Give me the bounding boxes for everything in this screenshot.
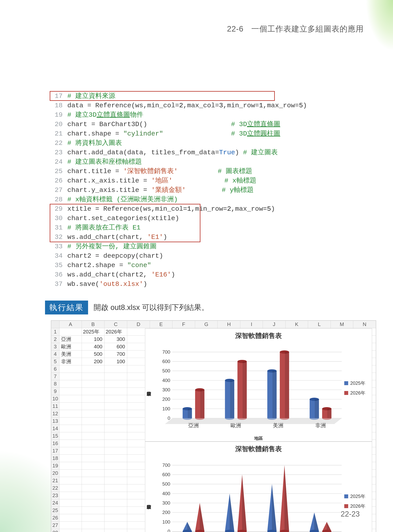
row-header[interactable]: 10 (51, 395, 59, 403)
cell[interactable] (104, 499, 127, 507)
cell[interactable] (82, 410, 104, 418)
row-header[interactable]: 1 (51, 328, 59, 336)
cell[interactable] (82, 477, 104, 484)
cell[interactable] (59, 470, 82, 477)
row-header[interactable]: 20 (51, 470, 59, 477)
cell[interactable]: 700 (104, 350, 127, 358)
cell[interactable] (82, 529, 104, 532)
row-header[interactable]: 18 (51, 455, 59, 462)
row-header[interactable]: 26 (51, 514, 59, 522)
cell[interactable] (104, 514, 127, 522)
cell[interactable] (104, 477, 127, 484)
column-header[interactable]: F (172, 321, 195, 328)
cell[interactable] (59, 477, 82, 484)
cell[interactable]: 400 (82, 343, 104, 350)
cell[interactable] (82, 418, 104, 425)
cell[interactable] (59, 522, 82, 529)
cell[interactable] (59, 514, 82, 522)
cell[interactable]: 亞洲 (59, 336, 82, 343)
cell[interactable] (104, 492, 127, 499)
cell[interactable]: 300 (104, 336, 127, 343)
cell[interactable] (59, 403, 82, 410)
column-header[interactable]: E (150, 321, 172, 328)
column-header[interactable]: N (353, 321, 376, 328)
row-header[interactable]: 17 (51, 447, 59, 455)
cell[interactable] (82, 499, 104, 507)
row-header[interactable]: 11 (51, 403, 59, 410)
cell[interactable] (104, 440, 127, 447)
cell[interactable] (82, 395, 104, 403)
cell[interactable]: 500 (82, 350, 104, 358)
cell[interactable]: 美洲 (59, 350, 82, 358)
cell[interactable] (59, 432, 82, 440)
cell[interactable]: 歐洲 (59, 343, 82, 350)
cell[interactable] (82, 373, 104, 380)
column-header[interactable]: K (285, 321, 308, 328)
row-header[interactable]: 15 (51, 432, 59, 440)
cell[interactable] (82, 365, 104, 373)
row-header[interactable]: 8 (51, 380, 59, 388)
cell[interactable] (59, 440, 82, 447)
cell[interactable] (82, 440, 104, 447)
cell[interactable] (104, 507, 127, 514)
cell[interactable] (59, 484, 82, 492)
cell[interactable]: 2025年 (82, 328, 104, 336)
row-header[interactable]: 6 (51, 365, 59, 373)
row-header[interactable]: 27 (51, 522, 59, 529)
cell[interactable] (82, 380, 104, 388)
cell[interactable]: 200 (82, 358, 104, 365)
row-header[interactable]: 13 (51, 418, 59, 425)
cell[interactable] (59, 365, 82, 373)
cell[interactable]: 600 (104, 343, 127, 350)
cell[interactable] (59, 388, 82, 395)
cell[interactable] (104, 395, 127, 403)
cell[interactable] (82, 522, 104, 529)
cell[interactable] (104, 388, 127, 395)
row-header[interactable]: 2 (51, 336, 59, 343)
row-header[interactable]: 4 (51, 350, 59, 358)
cell[interactable] (59, 425, 82, 432)
column-header[interactable]: L (308, 321, 331, 328)
cell[interactable] (59, 499, 82, 507)
cell[interactable] (82, 425, 104, 432)
cell[interactable] (82, 507, 104, 514)
cell[interactable]: 非洲 (59, 358, 82, 365)
row-header[interactable]: 21 (51, 477, 59, 484)
column-header[interactable]: J (263, 321, 285, 328)
cell[interactable] (59, 380, 82, 388)
column-header[interactable]: I (240, 321, 263, 328)
column-header[interactable]: D (127, 321, 150, 328)
cell[interactable] (82, 462, 104, 470)
column-header[interactable]: A (59, 321, 82, 328)
cell[interactable] (82, 432, 104, 440)
cell[interactable] (59, 410, 82, 418)
cell[interactable] (104, 425, 127, 432)
cell[interactable] (82, 492, 104, 499)
cell[interactable] (82, 455, 104, 462)
cell[interactable] (59, 395, 82, 403)
cell[interactable] (104, 470, 127, 477)
row-header[interactable]: 22 (51, 484, 59, 492)
column-header[interactable]: C (104, 321, 127, 328)
cell[interactable] (82, 470, 104, 477)
row-header[interactable]: 24 (51, 499, 59, 507)
cell[interactable] (59, 373, 82, 380)
row-header[interactable]: 19 (51, 462, 59, 470)
cell[interactable] (59, 507, 82, 514)
cell[interactable]: 2026年 (104, 328, 127, 336)
cell[interactable] (82, 403, 104, 410)
row-header[interactable]: 5 (51, 358, 59, 365)
row-header[interactable]: 23 (51, 492, 59, 499)
cell[interactable] (82, 484, 104, 492)
row-header[interactable]: 12 (51, 410, 59, 418)
cell[interactable]: 100 (104, 358, 127, 365)
cell[interactable] (59, 455, 82, 462)
cell[interactable] (104, 432, 127, 440)
cell[interactable] (104, 447, 127, 455)
select-all-corner[interactable] (51, 321, 59, 328)
cell[interactable] (104, 484, 127, 492)
column-header[interactable]: B (82, 321, 104, 328)
cell[interactable] (104, 373, 127, 380)
cell[interactable] (104, 403, 127, 410)
cell[interactable] (82, 388, 104, 395)
